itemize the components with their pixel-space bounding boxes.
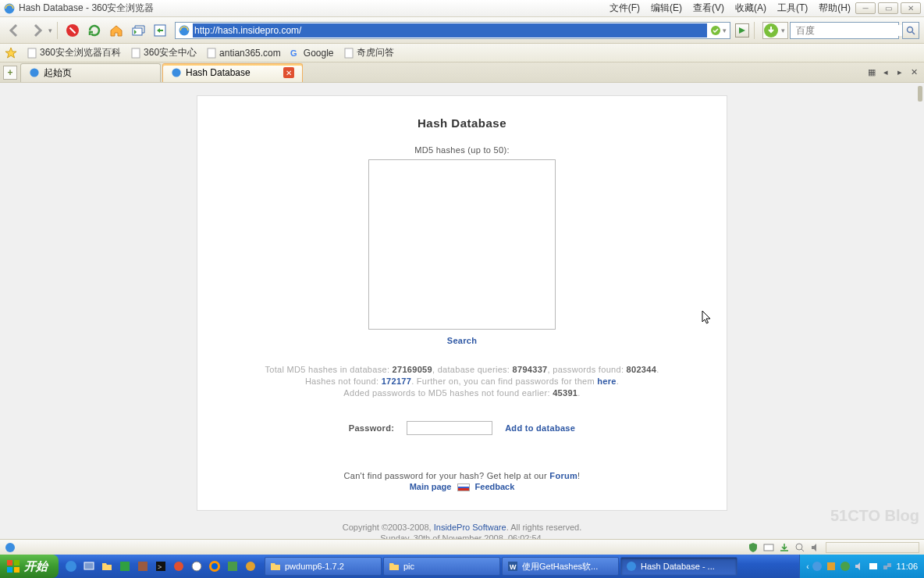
svg-rect-31	[120, 562, 130, 571]
back-button[interactable]	[5, 20, 25, 41]
status-zoom-icon[interactable]	[794, 542, 805, 553]
ql-firefox-icon[interactable]	[207, 558, 222, 574]
taskbar-task[interactable]: W使用GetHashes软...	[502, 557, 619, 576]
here-link[interactable]: here	[597, 376, 616, 386]
hashes-label: MD5 hashes (up to 50):	[213, 145, 711, 155]
tabs-grid-icon[interactable]: ▦	[866, 67, 877, 78]
search-input[interactable]	[796, 25, 913, 36]
ql-app-icon[interactable]	[189, 558, 204, 574]
address-bar[interactable]: ▾	[175, 22, 730, 39]
stats-block: Total MD5 hashes in database: 27169059, …	[213, 364, 711, 399]
svg-rect-16	[132, 48, 140, 58]
refresh-button[interactable]	[84, 20, 105, 41]
search-go-button[interactable]	[902, 22, 919, 39]
forward-button[interactable]	[27, 20, 47, 41]
password-input[interactable]	[407, 421, 492, 435]
download-button[interactable]: ▾	[762, 22, 788, 39]
svg-point-35	[174, 562, 183, 571]
svg-point-38	[211, 563, 218, 569]
svg-text:W: W	[510, 563, 517, 571]
tab-home[interactable]: 起始页	[20, 63, 161, 82]
svg-point-29	[66, 561, 76, 572]
taskbar-task[interactable]: pic	[383, 557, 500, 576]
search-link[interactable]: Search	[447, 336, 478, 345]
favorites-star-icon[interactable]	[5, 47, 17, 59]
ql-app-icon[interactable]	[171, 558, 187, 574]
app-ie-icon	[3, 2, 16, 15]
ql-ie-icon[interactable]	[63, 558, 79, 574]
dropdown-icon[interactable]: ▾	[48, 27, 52, 34]
menu-help[interactable]: 帮助(H)	[819, 2, 851, 15]
bookmark-item[interactable]: GGoogle	[290, 48, 334, 59]
address-ie-icon	[178, 24, 190, 37]
go-button[interactable]	[735, 23, 749, 37]
status-shield-icon[interactable]	[748, 542, 759, 553]
menu-favorites[interactable]: 收藏(A)	[735, 2, 766, 15]
tray-icon[interactable]	[868, 561, 879, 572]
tray-icon[interactable]	[812, 561, 823, 572]
new-tab-button[interactable]: +	[3, 66, 17, 80]
scrollbar-thumb[interactable]	[918, 86, 922, 102]
ql-folder-icon[interactable]	[99, 558, 115, 574]
taskbar-task[interactable]: Hash Database - ...	[620, 557, 737, 576]
status-ie-icon	[5, 542, 16, 553]
tab-hash-database[interactable]: Hash Database ✕	[162, 63, 303, 82]
status-popup-icon[interactable]	[763, 542, 774, 553]
status-spacer	[826, 542, 919, 553]
address-input[interactable]	[193, 23, 707, 37]
close-button[interactable]: ✕	[901, 2, 921, 14]
tabs-close-all-icon[interactable]: ✕	[908, 67, 919, 78]
svg-rect-49	[887, 563, 891, 567]
minimize-button[interactable]: ─	[855, 2, 876, 14]
tray-network-icon[interactable]	[882, 561, 893, 572]
tabs-next-icon[interactable]: ▸	[894, 67, 905, 78]
taskbar-task[interactable]: pwdump6-1.7.2	[265, 557, 382, 576]
forum-link[interactable]: Forum	[549, 471, 578, 480]
ru-flag-icon	[457, 483, 470, 491]
insidepro-link[interactable]: InsidePro Software	[434, 523, 506, 532]
main-page-link[interactable]: Main page	[410, 482, 452, 491]
feedback-link[interactable]: Feedback	[475, 482, 515, 491]
svg-rect-30	[84, 562, 94, 569]
svg-rect-3	[133, 28, 142, 35]
clock[interactable]: 11:06	[896, 562, 918, 571]
ql-app-icon[interactable]	[225, 558, 240, 574]
ql-app-icon[interactable]	[117, 558, 133, 574]
bookmark-item[interactable]: antian365.com	[206, 48, 281, 59]
ql-desktop-icon[interactable]	[81, 558, 97, 574]
stop-button[interactable]	[62, 20, 83, 41]
tray-icon[interactable]	[840, 561, 851, 572]
svg-rect-25	[7, 560, 12, 566]
address-dropdown-icon[interactable]: ▾	[723, 27, 727, 34]
svg-rect-27	[7, 567, 12, 573]
menu-view[interactable]: 查看(V)	[693, 2, 724, 15]
bookmark-item[interactable]: 360安全浏览器百科	[27, 46, 121, 59]
ql-app-icon[interactable]	[243, 558, 258, 574]
not-found-link[interactable]: 172177	[382, 376, 412, 386]
ql-cmd-icon[interactable]: >	[153, 558, 169, 574]
tab-close-icon[interactable]: ✕	[283, 67, 294, 78]
tray-volume-icon[interactable]	[854, 561, 865, 572]
svg-point-14	[908, 27, 913, 32]
home-button[interactable]	[106, 20, 126, 41]
svg-point-43	[627, 562, 636, 571]
start-button[interactable]: 开始	[0, 555, 59, 578]
bookmark-item[interactable]: 奇虎问答	[343, 46, 394, 59]
svg-rect-26	[14, 560, 20, 566]
tray-expand-icon[interactable]: ‹	[806, 562, 808, 571]
bookmark-item[interactable]: 360安全中心	[130, 46, 197, 59]
tray-icon[interactable]	[826, 561, 837, 572]
menu-file[interactable]: 文件(F)	[609, 2, 640, 15]
menu-tools[interactable]: 工具(T)	[777, 2, 808, 15]
svg-rect-19	[345, 48, 353, 58]
restore-button[interactable]	[128, 20, 148, 41]
tabs-prev-icon[interactable]: ◂	[880, 67, 891, 78]
maximize-button[interactable]: ▭	[878, 2, 898, 14]
status-sound-icon[interactable]	[810, 542, 821, 553]
menu-edit[interactable]: 编辑(E)	[651, 2, 682, 15]
ql-app-icon[interactable]	[135, 558, 151, 574]
undo-button[interactable]	[150, 20, 170, 41]
status-download-icon[interactable]	[779, 542, 790, 553]
hashes-textarea[interactable]	[368, 159, 556, 330]
add-to-db-link[interactable]: Add to database	[505, 423, 575, 433]
